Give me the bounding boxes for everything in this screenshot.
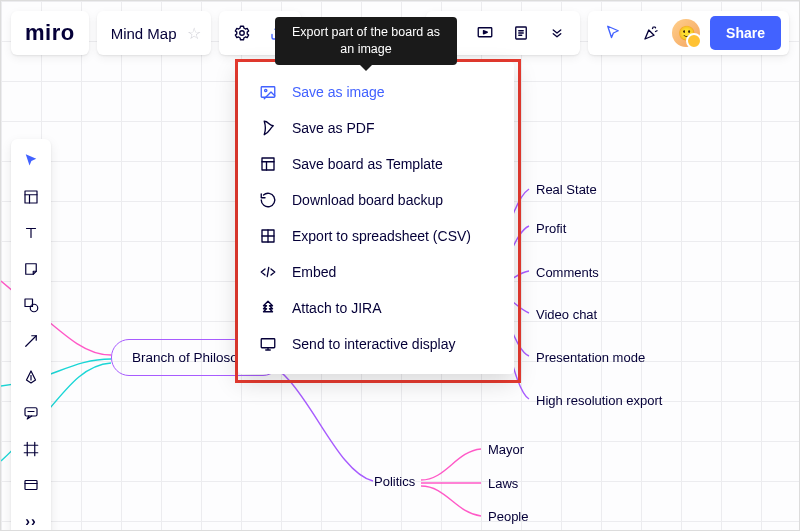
menu-item-label: Export to spreadsheet (CSV)	[292, 228, 471, 244]
gear-icon	[233, 24, 251, 42]
sticky-note-icon	[22, 260, 40, 278]
svg-rect-13	[25, 481, 37, 490]
pdf-icon	[258, 118, 278, 138]
jira-icon	[258, 298, 278, 318]
menu-item-label: Send to interactive display	[292, 336, 455, 352]
spreadsheet-icon	[258, 226, 278, 246]
mindmap-node-politics[interactable]: Politics	[374, 474, 415, 489]
share-button[interactable]: Share	[710, 16, 781, 50]
line-tool[interactable]	[13, 323, 49, 359]
svg-point-0	[239, 31, 244, 36]
export-tooltip: Export part of the board as an image	[275, 17, 457, 65]
more-tools[interactable]: ››	[13, 503, 49, 531]
template-icon	[258, 154, 278, 174]
comment-icon	[22, 404, 40, 422]
mindmap-leaf[interactable]: People	[488, 509, 528, 524]
svg-rect-9	[25, 191, 37, 203]
mindmap-leaf[interactable]: High resolution export	[536, 393, 662, 408]
menu-item-label: Save as PDF	[292, 120, 374, 136]
svg-rect-8	[261, 339, 275, 348]
arrow-icon	[22, 332, 40, 350]
export-menu-highlight: Save as image Save as PDF Save board as …	[235, 59, 521, 383]
pen-icon	[22, 368, 40, 386]
user-avatar[interactable]: 🙂	[672, 19, 700, 47]
svg-point-5	[265, 89, 267, 91]
board-title-chip[interactable]: Mind Map ☆	[97, 11, 211, 55]
settings-button[interactable]	[225, 16, 259, 50]
mindmap-leaf[interactable]: Laws	[488, 476, 518, 491]
sticky-tool[interactable]	[13, 251, 49, 287]
presentation-icon	[476, 24, 494, 42]
shapes-icon	[22, 296, 40, 314]
shape-tool[interactable]	[13, 287, 49, 323]
tool-palette: ››	[11, 139, 51, 531]
mindmap-leaf[interactable]: Comments	[536, 265, 599, 280]
board-title: Mind Map	[111, 25, 177, 42]
mindmap-leaf[interactable]: Video chat	[536, 307, 597, 322]
frame-tool[interactable]	[13, 431, 49, 467]
share-label: Share	[726, 25, 765, 41]
menu-item-label: Save as image	[292, 84, 385, 100]
frame-icon	[22, 440, 40, 458]
cursor-icon	[604, 24, 622, 42]
mindmap-leaf[interactable]: Mayor	[488, 442, 524, 457]
notes-button[interactable]	[504, 16, 538, 50]
menu-item-save-pdf[interactable]: Save as PDF	[242, 110, 510, 146]
cursor-tracking-button[interactable]	[596, 16, 630, 50]
confetti-icon	[642, 24, 660, 42]
menu-item-save-image[interactable]: Save as image	[242, 74, 510, 110]
menu-item-save-template[interactable]: Save board as Template	[242, 146, 510, 182]
embed-icon	[258, 262, 278, 282]
notes-icon	[512, 24, 530, 42]
menu-item-export-csv[interactable]: Export to spreadsheet (CSV)	[242, 218, 510, 254]
select-tool[interactable]	[13, 143, 49, 179]
pointer-icon	[22, 152, 40, 170]
menu-item-interactive-display[interactable]: Send to interactive display	[242, 326, 510, 362]
image-icon	[258, 82, 278, 102]
backup-icon	[258, 190, 278, 210]
svg-point-11	[30, 304, 38, 312]
collab-group: 🙂 Share	[588, 11, 789, 55]
more-view-tools[interactable]	[540, 16, 574, 50]
app-logo[interactable]: miro	[11, 11, 89, 55]
mindmap-leaf[interactable]: Profit	[536, 221, 566, 236]
comment-tool[interactable]	[13, 395, 49, 431]
menu-item-label: Save board as Template	[292, 156, 443, 172]
text-icon	[22, 224, 40, 242]
reactions-button[interactable]	[634, 16, 668, 50]
menu-item-download-backup[interactable]: Download board backup	[242, 182, 510, 218]
pen-tool[interactable]	[13, 359, 49, 395]
menu-item-embed[interactable]: Embed	[242, 254, 510, 290]
menu-item-label: Attach to JIRA	[292, 300, 381, 316]
export-menu: Save as image Save as PDF Save board as …	[238, 62, 514, 374]
upload-tool[interactable]	[13, 467, 49, 503]
templates-tool[interactable]	[13, 179, 49, 215]
mindmap-leaf[interactable]: Presentation mode	[536, 350, 645, 365]
layout-icon	[22, 188, 40, 206]
presentation-button[interactable]	[468, 16, 502, 50]
card-icon	[22, 476, 40, 494]
menu-item-label: Download board backup	[292, 192, 443, 208]
menu-item-attach-jira[interactable]: Attach to JIRA	[242, 290, 510, 326]
text-tool[interactable]	[13, 215, 49, 251]
mindmap-leaf[interactable]: Real State	[536, 182, 597, 197]
display-icon	[258, 334, 278, 354]
chevrons-down-icon	[548, 24, 566, 42]
svg-rect-6	[262, 158, 274, 170]
star-icon[interactable]: ☆	[187, 24, 201, 43]
menu-item-label: Embed	[292, 264, 336, 280]
